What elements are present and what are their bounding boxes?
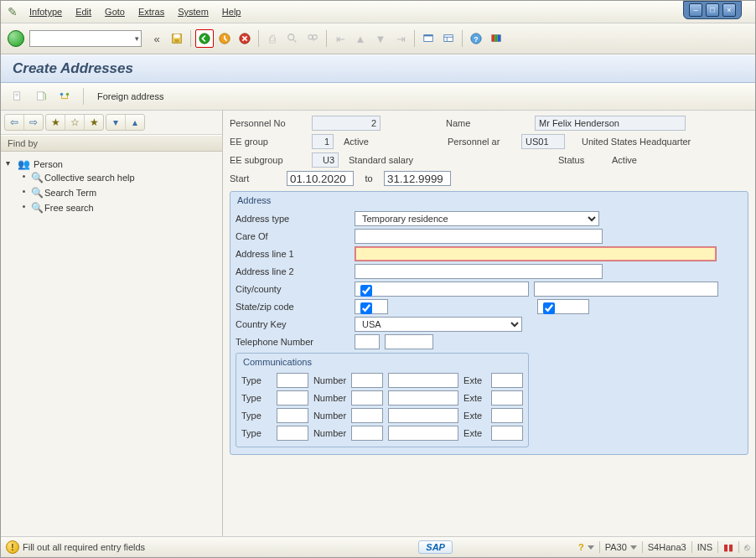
tree-node-searchterm[interactable]: Search Term (44, 188, 96, 198)
status-abort-icon[interactable]: ⎋ (744, 542, 750, 552)
local-layout-icon[interactable] (487, 29, 505, 48)
sidebar-toolbar: ⇦ ⇨ ★ ☆ ★ ▾ ▴ (1, 111, 222, 135)
status-system[interactable]: S4Hana3 (648, 542, 686, 552)
layout-icon[interactable] (439, 29, 458, 48)
window-controls: – □ × (683, 1, 742, 19)
back-icon[interactable] (195, 29, 214, 48)
check-zip-required[interactable] (543, 302, 555, 314)
lbl-addr2: Address line 2 (236, 266, 350, 276)
lbl-comm-ext: Exte (463, 393, 486, 403)
tree-node-person[interactable]: Person (34, 159, 63, 169)
tree-node-freesearch[interactable]: Free search (44, 203, 94, 213)
twistie-icon[interactable]: ▾ (6, 158, 10, 168)
prev-page-icon: ▲ (351, 29, 370, 48)
field-country[interactable]: USA (355, 317, 522, 332)
check-state-required[interactable] (360, 302, 372, 314)
tree-node-csh[interactable]: Collective search help (44, 173, 135, 183)
employee-header: Personnel No 2 Name Mr Felix Henderson E… (230, 116, 748, 186)
lbl-comm-number: Number (313, 375, 346, 385)
field-comm-num-b[interactable] (388, 373, 458, 388)
lbl-country: Country Key (236, 319, 350, 329)
menu-help[interactable]: Help (215, 7, 248, 17)
menu-extras[interactable]: Extras (132, 7, 171, 17)
comm-row: TypeNumberExte (241, 390, 523, 406)
check-city-required[interactable] (360, 285, 372, 297)
lbl-comm-number: Number (313, 393, 346, 403)
nav-back-icon[interactable]: ⇦ (5, 115, 23, 130)
lbl-start: Start (230, 173, 280, 183)
menu-system[interactable]: System (171, 7, 215, 17)
field-comm-type[interactable] (277, 373, 308, 388)
field-city[interactable] (355, 282, 529, 297)
field-comm-ext[interactable] (491, 426, 523, 441)
lbl-ee-subgroup: EE subgroup (230, 155, 305, 165)
foreign-address-button[interactable]: Foreign address (92, 91, 169, 101)
field-personnel-no: 2 (312, 116, 381, 131)
command-field[interactable]: ▾ (29, 30, 142, 47)
field-comm-num-a[interactable] (351, 426, 383, 441)
lbl-personnel-area: Personnel ar (448, 137, 515, 147)
status-tcode[interactable]: PA30 (605, 542, 637, 552)
history-icon[interactable]: « (148, 29, 166, 48)
field-comm-num-b[interactable] (388, 390, 458, 406)
field-comm-type[interactable] (277, 426, 308, 441)
field-comm-type[interactable] (277, 408, 308, 423)
maximize-button[interactable]: □ (706, 3, 719, 17)
cancel-icon[interactable] (236, 29, 254, 48)
field-comm-ext[interactable] (491, 408, 523, 423)
field-end-date[interactable] (384, 171, 451, 186)
enter-button[interactable] (8, 30, 24, 47)
field-addr2[interactable] (355, 264, 603, 279)
field-comm-num-a[interactable] (351, 408, 383, 423)
exit-icon[interactable] (215, 29, 234, 48)
fav-del-icon[interactable]: ★ (84, 115, 103, 130)
svg-line-7 (293, 39, 297, 43)
lbl-to: to (360, 173, 377, 183)
statusbar: ! Fill out all required entry fields SAP… (1, 536, 755, 557)
fav-add-icon[interactable]: ★ (46, 115, 65, 130)
new-session-icon[interactable] (419, 29, 438, 48)
field-comm-num-a[interactable] (351, 390, 383, 406)
field-phone-num[interactable] (385, 334, 433, 349)
field-comm-ext[interactable] (491, 373, 523, 388)
comm-row: TypeNumberExte (241, 426, 523, 441)
svg-rect-12 (424, 35, 433, 37)
list-icon[interactable] (32, 87, 50, 106)
command-field-icon[interactable]: ✎ (6, 5, 19, 18)
object-tree[interactable]: ▾ 👥 Person 🔍Collective search help 🔍Sear… (1, 152, 222, 536)
svg-point-26 (60, 93, 64, 96)
lbl-comm-number: Number (313, 411, 346, 421)
field-address-type[interactable]: Temporary residence (355, 211, 599, 226)
field-comm-num-b[interactable] (388, 408, 458, 423)
status-help-icon[interactable]: ? (578, 542, 594, 552)
menu-infotype[interactable]: Infotype (23, 7, 69, 17)
structural-graphic-icon[interactable] (55, 87, 74, 106)
close-button[interactable]: × (722, 3, 736, 17)
menu-edit[interactable]: Edit (69, 7, 98, 17)
menu-goto[interactable]: Goto (98, 7, 132, 17)
overview-icon[interactable] (8, 87, 27, 106)
status-ins[interactable]: INS (697, 542, 712, 552)
svg-rect-20 (495, 35, 498, 42)
expand-all-icon[interactable]: ▾ (106, 115, 125, 130)
minimize-button[interactable]: – (689, 3, 702, 17)
fav-open-icon[interactable]: ☆ (65, 115, 84, 130)
field-comm-num-a[interactable] (351, 373, 383, 388)
collapse-all-icon[interactable]: ▴ (125, 115, 144, 130)
field-comm-ext[interactable] (491, 390, 523, 406)
save-icon[interactable] (168, 29, 186, 48)
field-comm-num-b[interactable] (388, 426, 458, 441)
status-signal-icon[interactable]: ▮▮ (723, 542, 733, 553)
field-addr1[interactable] (355, 246, 717, 261)
field-start-date[interactable] (287, 171, 354, 186)
app-toolbar: Foreign address (1, 83, 755, 111)
status-message: Fill out all required entry fields (23, 542, 145, 552)
field-county[interactable] (534, 282, 718, 297)
help-icon[interactable]: ? (467, 29, 485, 48)
sidebar: ⇦ ⇨ ★ ☆ ★ ▾ ▴ Find by ▾ 👥 Person (1, 111, 223, 536)
field-comm-type[interactable] (277, 390, 308, 406)
print-icon: ⎙ (263, 29, 282, 48)
field-careof[interactable] (355, 229, 603, 244)
field-phone-area[interactable] (355, 334, 380, 349)
nav-forward-icon[interactable]: ⇨ (23, 115, 43, 130)
